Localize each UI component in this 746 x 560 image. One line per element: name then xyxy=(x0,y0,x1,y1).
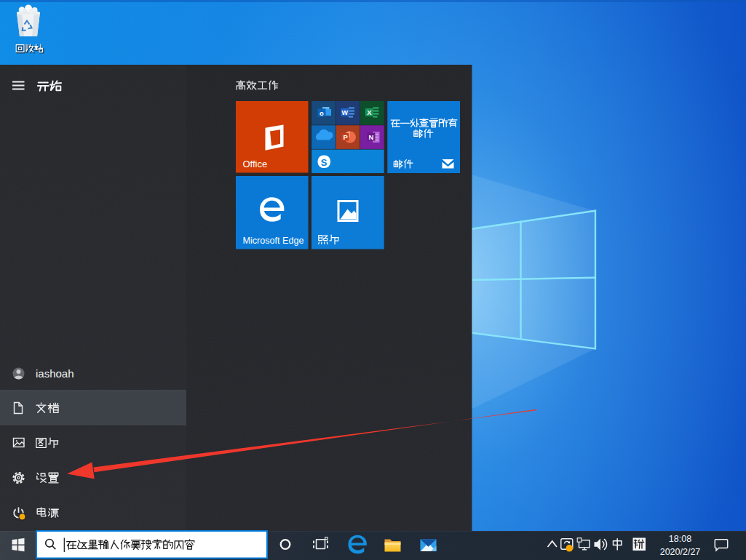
svg-text:P: P xyxy=(343,133,348,141)
svg-text:W: W xyxy=(342,109,349,116)
svg-text:Microsoft Edge: Microsoft Edge xyxy=(243,236,304,246)
svg-text:2020/2/27: 2020/2/27 xyxy=(660,547,701,557)
svg-text:iashoah: iashoah xyxy=(36,367,74,380)
svg-text:N: N xyxy=(369,133,374,141)
svg-text:o: o xyxy=(320,109,324,117)
svg-text:S: S xyxy=(321,157,328,168)
svg-text:18:08: 18:08 xyxy=(669,534,691,544)
svg-text:X: X xyxy=(367,108,372,116)
svg-text:Office: Office xyxy=(243,159,268,169)
